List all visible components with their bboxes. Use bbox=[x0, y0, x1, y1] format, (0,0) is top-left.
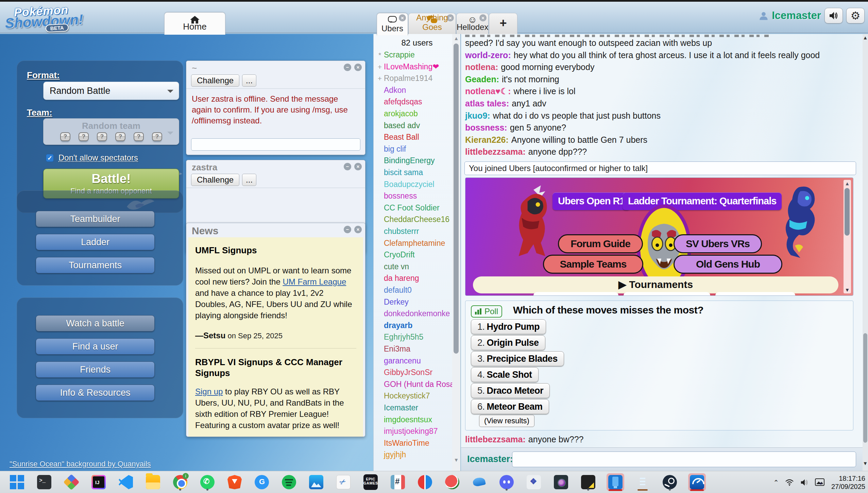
credit-link[interactable]: "Sunrise Ocean" background by bbox=[10, 460, 118, 468]
userlist-user[interactable]: Beast Ball bbox=[376, 133, 455, 144]
taskbar-clock[interactable]: 18:17:16 27/09/2025 bbox=[831, 474, 865, 491]
old-gens-hub-button[interactable]: Old Gens Hub bbox=[674, 255, 782, 274]
scroll-up-icon[interactable]: ▲ bbox=[863, 35, 868, 40]
userlist-user[interactable]: +ILoveMashing❤ bbox=[376, 62, 455, 74]
poll-option-button[interactable]: 3.Precipice Blades bbox=[471, 351, 564, 366]
userlist-user[interactable]: Derkey bbox=[376, 298, 455, 309]
start-taskbar-icon[interactable] bbox=[8, 473, 26, 491]
format-select[interactable]: Random Battle bbox=[43, 82, 179, 100]
scrollbar-thumb[interactable] bbox=[863, 333, 867, 443]
steam-taskbar-icon[interactable] bbox=[661, 473, 679, 491]
teambuilder-button[interactable]: Teambuilder bbox=[36, 211, 155, 227]
close-icon[interactable]: × bbox=[354, 64, 362, 71]
scroll-up-icon[interactable]: ▲ bbox=[844, 181, 851, 186]
chat-username[interactable]: world-zero: bbox=[465, 50, 511, 60]
userlist-user[interactable]: cute vn bbox=[376, 262, 455, 274]
camera-taskbar-icon[interactable] bbox=[552, 473, 570, 491]
userlist-user[interactable]: Hockeystick7 bbox=[376, 391, 455, 403]
vscode-taskbar-icon[interactable] bbox=[117, 473, 135, 491]
chrome-taskbar-icon[interactable]: i bbox=[171, 473, 189, 491]
dolphin-taskbar-icon[interactable] bbox=[471, 473, 488, 491]
checkbox-checked-icon[interactable]: ✓ bbox=[46, 154, 54, 162]
blocks-taskbar-icon[interactable]: ❖ bbox=[525, 473, 543, 491]
minimize-icon[interactable]: − bbox=[344, 226, 351, 233]
challenge-button[interactable]: Challenge bbox=[191, 174, 239, 186]
userlist-user[interactable]: Icemaster bbox=[376, 403, 455, 415]
scroll-down-icon[interactable]: ▼ bbox=[844, 287, 851, 293]
close-icon[interactable]: × bbox=[354, 226, 362, 233]
brave-taskbar-icon[interactable] bbox=[226, 473, 243, 491]
poll-option-button[interactable]: 1.Hydro Pump bbox=[471, 319, 546, 334]
userlist-user[interactable]: +Ropalme1914 bbox=[376, 74, 455, 85]
userlist-user[interactable]: donkedonkemonke bbox=[376, 309, 455, 321]
colorcircle-taskbar-icon[interactable] bbox=[416, 473, 434, 491]
um-farm-league-link[interactable]: UM Farm League bbox=[283, 277, 346, 286]
userlist-user[interactable]: biscit sama bbox=[376, 168, 455, 180]
poll-option-button[interactable]: 5.Draco Meteor bbox=[471, 383, 550, 398]
minimize-icon[interactable]: − bbox=[344, 163, 351, 170]
scroll-up-icon[interactable]: ▲ bbox=[452, 35, 460, 41]
userlist-user[interactable]: Eghrjyh5h5 bbox=[376, 333, 455, 344]
ladder-button[interactable]: Ladder bbox=[36, 234, 155, 250]
userlist-user[interactable]: Adkon bbox=[376, 86, 455, 97]
friends-button[interactable]: Friends bbox=[36, 361, 155, 378]
explorer-taskbar-icon[interactable] bbox=[144, 473, 162, 491]
current-username[interactable]: Icemaster bbox=[772, 10, 821, 22]
view-results-button[interactable]: (View results) bbox=[479, 415, 534, 427]
userlist-user[interactable]: based adv bbox=[376, 121, 455, 133]
chat-username[interactable]: littlebezzsama: bbox=[465, 435, 526, 444]
userlist-user[interactable]: drayarb bbox=[376, 321, 455, 333]
close-icon[interactable]: × bbox=[399, 14, 406, 21]
more-options-button[interactable]: ... bbox=[242, 74, 256, 87]
scroll-down-icon[interactable]: ▼ bbox=[452, 457, 460, 463]
spectators-option[interactable]: ✓ Don't allow spectators bbox=[46, 153, 138, 163]
userlist-user[interactable]: chubsterrr bbox=[376, 227, 455, 238]
snip-taskbar-icon[interactable]: ✂ bbox=[335, 473, 352, 491]
userlist-user[interactable]: Eni3ma bbox=[376, 344, 455, 356]
poll-option-button[interactable]: 4.Scale Shot bbox=[471, 367, 539, 382]
team-select[interactable]: Random team ? ? ? ? ? ? bbox=[43, 118, 179, 145]
userlist-user[interactable]: garancenu bbox=[376, 356, 455, 368]
userlist-user[interactable]: BindingEnergy bbox=[376, 156, 455, 168]
peek-taskbar-icon[interactable] bbox=[579, 473, 597, 491]
userlist-user[interactable]: default0 bbox=[376, 286, 455, 297]
chat-input[interactable] bbox=[512, 452, 856, 467]
chat-username[interactable]: jkuo9: bbox=[465, 111, 490, 120]
scrollbar-thumb[interactable] bbox=[454, 44, 459, 354]
spotify-taskbar-icon[interactable] bbox=[280, 473, 298, 491]
join-discord-button[interactable]: Join our Discord ! bbox=[624, 292, 710, 296]
chat-username[interactable]: atlas tales: bbox=[465, 99, 509, 108]
userlist-user[interactable]: *Scrappie bbox=[376, 50, 455, 62]
userlist-user[interactable]: da hareng bbox=[376, 274, 455, 285]
userlist-user[interactable]: CheddarCheese16 bbox=[376, 215, 455, 226]
sound-button[interactable] bbox=[824, 8, 843, 23]
forum-resources-button[interactable]: Forum Resources bbox=[533, 292, 618, 296]
userlist-user[interactable]: afefqdsqas bbox=[376, 97, 455, 109]
watermelon-taskbar-icon[interactable] bbox=[443, 473, 461, 491]
scroll-down-icon[interactable]: ▼ bbox=[863, 460, 868, 466]
poll-option-button[interactable]: 2.Origin Pulse bbox=[471, 335, 545, 350]
userlist-user[interactable]: arokjacob bbox=[376, 109, 455, 121]
info-resources-button[interactable]: Info & Resources bbox=[36, 385, 155, 401]
close-icon[interactable]: × bbox=[479, 14, 487, 21]
banner-scrollbar[interactable]: ▲ ▼ bbox=[844, 180, 851, 293]
tab-home[interactable]: Home bbox=[164, 12, 225, 35]
credit-author-link[interactable]: Quanyails bbox=[118, 460, 151, 468]
userlist-scrollbar[interactable]: ▲ ▼ bbox=[452, 34, 460, 471]
merge-taskbar-icon[interactable] bbox=[63, 473, 80, 491]
chat-username[interactable]: bossness: bbox=[465, 123, 507, 132]
userlist-user[interactable]: bossness bbox=[376, 191, 455, 203]
settings-button[interactable]: ⚙ bbox=[846, 8, 865, 23]
tournaments-button[interactable]: Tournaments bbox=[36, 257, 155, 273]
sample-teams-button[interactable]: Sample Teams bbox=[543, 255, 643, 274]
userlist-user[interactable]: GibbyJrSonSr bbox=[376, 368, 455, 379]
userlist-user[interactable]: Clefamphetamine bbox=[376, 239, 455, 250]
films-taskbar-icon[interactable] bbox=[307, 473, 325, 491]
chat-username[interactable]: Kieran226: bbox=[465, 135, 509, 144]
chat-username[interactable]: notlena♥☾: bbox=[465, 86, 511, 96]
userlist-user[interactable]: CC Foot Soldier bbox=[376, 203, 455, 215]
poll-option-button[interactable]: 6.Meteor Beam bbox=[471, 399, 549, 414]
tray-expand-icon[interactable]: ⌃ bbox=[773, 478, 779, 487]
tab-ubers[interactable]: × Ubers bbox=[377, 13, 408, 35]
scrollbar-thumb[interactable] bbox=[845, 188, 850, 236]
